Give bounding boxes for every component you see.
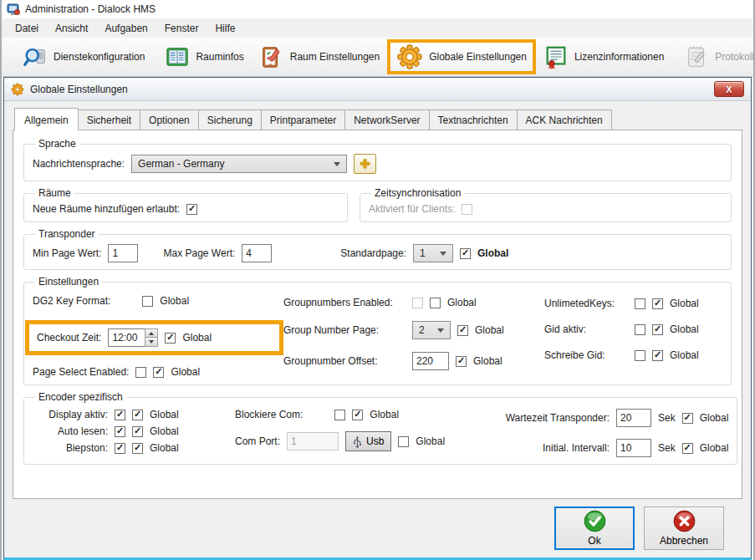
ok-button[interactable]: Ok [554, 507, 635, 550]
chevron-down-icon [440, 252, 446, 256]
checkout-zeit-input[interactable] [108, 328, 145, 347]
usb-toggle-button[interactable]: Usb [345, 431, 391, 451]
tab-textnachrichten[interactable]: Textnachrichten [429, 109, 518, 130]
tab-sicherung[interactable]: Sicherung [198, 109, 262, 130]
display-aktiv-row: Display aktiv: Global [33, 409, 235, 420]
spin-up-button[interactable] [145, 328, 158, 338]
gid-aktiv-checkbox[interactable] [635, 324, 645, 335]
standardpage-global-checkbox[interactable] [460, 248, 471, 259]
global-label: Global [447, 297, 477, 308]
biepston-checkbox[interactable] [115, 443, 125, 454]
toolbar-dienstekonfiguration[interactable]: Dienstekonfiguration [15, 39, 152, 74]
page-select-enabled-checkbox[interactable] [135, 367, 146, 378]
group-number-page-select[interactable]: 2 [412, 321, 451, 339]
schreibe-gid-row: Schreibe Gid: Global [544, 349, 722, 361]
transponder-groupbox: Transponder Min Page Wert: Max Page Wert… [23, 228, 732, 270]
aktiviert-clients-checkbox [462, 204, 472, 215]
global-label: Global [150, 409, 179, 420]
wartezeit-transponder-input[interactable] [616, 409, 651, 427]
auto-lesen-global-checkbox[interactable] [132, 426, 143, 437]
abbrechen-button[interactable]: Abbrechen [644, 507, 724, 550]
nachrichtensprache-label: Nachrichtensprache: [33, 158, 125, 170]
initial-intervall-input[interactable] [616, 439, 651, 457]
sprache-groupbox: Sprache Nachrichtensprache: German - Ger… [23, 138, 732, 181]
sek-unit-label: Sek [658, 412, 676, 424]
min-page-input[interactable] [108, 244, 138, 262]
dg2-global-checkbox[interactable] [142, 296, 153, 307]
toolbar-raum-einstellungen[interactable]: Raum Einstellungen [252, 39, 387, 74]
initial-intervall-row: Initial. Intervall: Sek Global [486, 439, 728, 457]
schreibe-gid-global-checkbox[interactable] [652, 350, 663, 361]
spin-down-button[interactable] [145, 338, 158, 347]
checkout-zeit-global-checkbox[interactable] [165, 333, 176, 344]
global-label: Global [670, 298, 699, 309]
standardpage-select[interactable]: 1 [413, 244, 453, 262]
checkout-zeit-label: Checkout Zeit: [37, 332, 101, 344]
menu-datei[interactable]: Datei [7, 19, 47, 38]
schreibe-gid-checkbox[interactable] [635, 350, 645, 361]
display-aktiv-global-checkbox[interactable] [132, 410, 143, 420]
global-label: Global [473, 355, 502, 367]
raeume-groupbox: Räume Neue Räume hinzufügen erlaubt: [23, 187, 348, 222]
com-port-input [287, 432, 339, 451]
menu-aufgaben[interactable]: Aufgaben [96, 19, 156, 38]
nachrichtensprache-select[interactable]: German - Germany [131, 155, 347, 173]
tab-optionen[interactable]: Optionen [140, 109, 199, 130]
tab-allgemein[interactable]: Allgemein [14, 108, 79, 130]
toolbar-lizenzinformationen[interactable]: Lizenzinformationen [536, 39, 671, 74]
max-page-label: Max Page Wert: [163, 247, 235, 259]
biepston-global-checkbox[interactable] [132, 443, 143, 454]
global-label: Global [416, 435, 445, 447]
auto-lesen-checkbox[interactable] [115, 426, 125, 437]
group-number-page-global-checkbox[interactable] [457, 325, 468, 336]
min-page-label: Min Page Wert: [33, 247, 101, 259]
unlimetedkeys-global-checkbox[interactable] [652, 298, 663, 309]
groupnumber-offset-global-checkbox[interactable] [456, 356, 467, 367]
add-language-button[interactable] [354, 154, 376, 174]
groupnumber-offset-row: Groupnumber Offset: Global [283, 352, 544, 370]
global-settings-icon [396, 43, 423, 70]
dialog-title: Globale Einstellungen [30, 84, 128, 95]
groupnumber-offset-input[interactable] [412, 352, 449, 370]
usb-button-label: Usb [366, 435, 384, 447]
tab-ack-nachrichten[interactable]: ACK Nachrichten [517, 109, 612, 130]
menubar: Datei Ansicht Aufgaben Fenster Hilfe [2, 18, 753, 38]
zeitsync-legend: Zeitsynchronisation [371, 187, 464, 199]
tab-networkserver[interactable]: NetworkServer [344, 109, 429, 130]
gid-aktiv-global-checkbox[interactable] [652, 324, 663, 335]
blockiere-com-checkbox[interactable] [334, 410, 345, 420]
tab-printparameter[interactable]: Printparameter [261, 109, 345, 130]
toolbar-label: Protokoll [715, 51, 754, 63]
biepston-row: Biepston: Global [33, 442, 235, 454]
toolbar-rauminfos[interactable]: Rauminfos [157, 39, 251, 74]
dialog-close-button[interactable] [714, 81, 744, 97]
max-page-input[interactable] [242, 244, 272, 262]
toolbar-globale-einstellungen[interactable]: Globale Einstellungen [387, 39, 536, 74]
neue-raeume-checkbox[interactable] [186, 204, 197, 215]
biepston-label: Biepston: [33, 442, 108, 454]
protocol-icon [684, 44, 709, 69]
page-select-global-checkbox[interactable] [153, 367, 164, 378]
blockiere-com-global-checkbox[interactable] [352, 410, 363, 420]
toolbar-label: Rauminfos [196, 51, 243, 63]
initial-intervall-global-checkbox[interactable] [682, 443, 693, 454]
ok-check-icon [584, 510, 606, 532]
page-select-enabled-label: Page Select Enabled: [33, 366, 129, 378]
chevron-down-icon [437, 328, 444, 333]
tab-page-allgemein: Sprache Nachrichtensprache: German - Ger… [13, 130, 742, 499]
transponder-legend: Transponder [35, 228, 99, 240]
encoder-groupbox: Encoder spezifisch Display aktiv: Global… [23, 391, 737, 465]
license-information-icon [543, 44, 569, 69]
wartezeit-global-checkbox[interactable] [682, 413, 693, 424]
com-port-global-checkbox[interactable] [398, 436, 409, 447]
toolbar-protokoll[interactable]: Protokoll [676, 39, 755, 74]
unlimetedkeys-checkbox[interactable] [635, 298, 645, 309]
checkout-zeit-spinner[interactable] [108, 328, 158, 347]
groupnumbers-global-checkbox[interactable] [430, 298, 441, 308]
display-aktiv-checkbox[interactable] [115, 410, 125, 420]
menu-hilfe[interactable]: Hilfe [207, 19, 243, 38]
globale-einstellungen-dialog: Globale Einstellungen Allgemein Sicherhe… [3, 77, 752, 560]
menu-fenster[interactable]: Fenster [156, 19, 207, 38]
menu-ansicht[interactable]: Ansicht [47, 19, 96, 38]
tab-sicherheit[interactable]: Sicherheit [78, 109, 140, 130]
